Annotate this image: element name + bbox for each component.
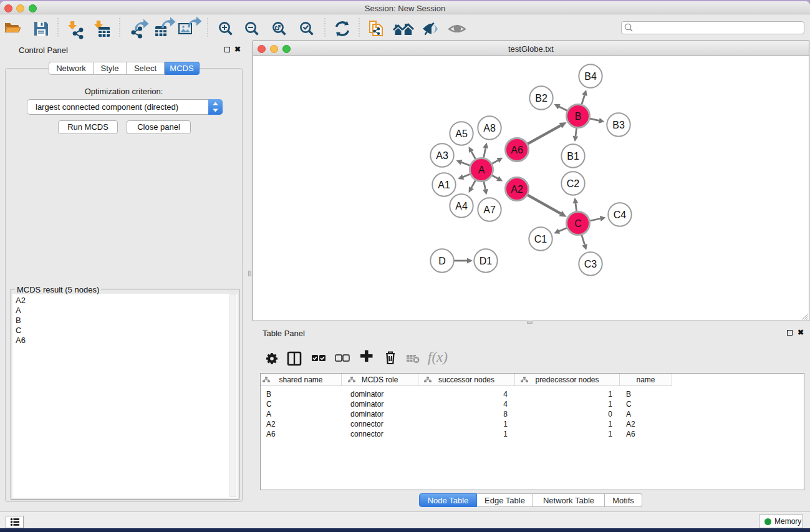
svg-text:B3: B3 xyxy=(612,120,625,130)
svg-text:D: D xyxy=(438,256,446,266)
svg-text:A: A xyxy=(478,165,485,175)
svg-text:B2: B2 xyxy=(535,93,547,104)
svg-text:C2: C2 xyxy=(567,178,580,189)
svg-text:C4: C4 xyxy=(614,210,627,220)
svg-text:A5: A5 xyxy=(455,128,468,139)
svg-text:f(x): f(x) xyxy=(428,349,448,365)
svg-text:A2: A2 xyxy=(511,184,523,195)
svg-text:A8: A8 xyxy=(483,123,496,133)
svg-text:D1: D1 xyxy=(480,256,493,266)
svg-text:C1: C1 xyxy=(534,234,547,244)
svg-text:A3: A3 xyxy=(436,150,448,161)
svg-text:C: C xyxy=(574,218,582,229)
svg-text:C3: C3 xyxy=(584,259,597,269)
svg-text:A7: A7 xyxy=(483,205,496,215)
svg-text:B4: B4 xyxy=(584,71,597,82)
svg-text:B1: B1 xyxy=(567,151,579,162)
svg-text:A6: A6 xyxy=(511,145,523,155)
svg-text:A1: A1 xyxy=(438,180,450,190)
svg-text:B: B xyxy=(575,111,582,122)
svg-text:A4: A4 xyxy=(455,201,468,211)
